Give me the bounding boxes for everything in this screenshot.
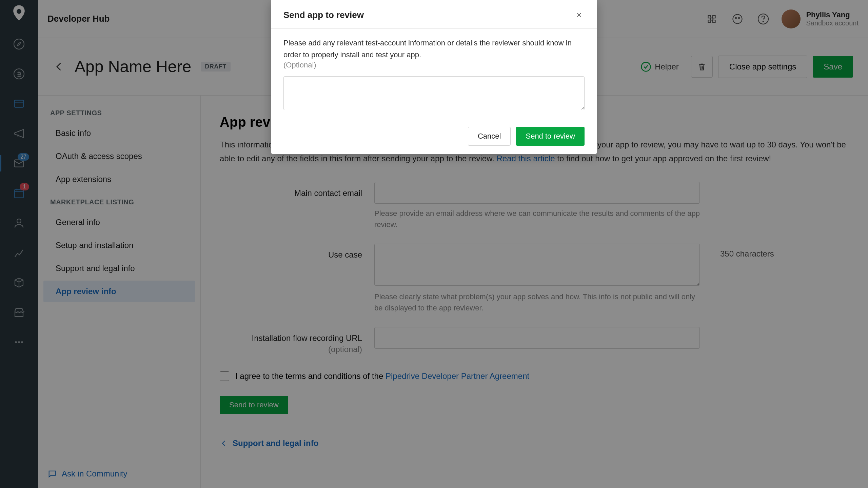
cancel-button[interactable]: Cancel [468, 127, 511, 146]
modal-optional-label: (Optional) [283, 61, 585, 69]
modal-description: Please add any relevant test-account inf… [283, 37, 585, 61]
send-review-modal: Send app to review Please add any releva… [271, 0, 597, 154]
modal-textarea[interactable] [283, 76, 585, 110]
send-review-confirm-button[interactable]: Send to review [516, 127, 585, 146]
modal-title: Send app to review [283, 10, 364, 20]
modal-overlay[interactable]: Send app to review Please add any releva… [0, 0, 868, 488]
close-icon[interactable] [574, 9, 585, 20]
